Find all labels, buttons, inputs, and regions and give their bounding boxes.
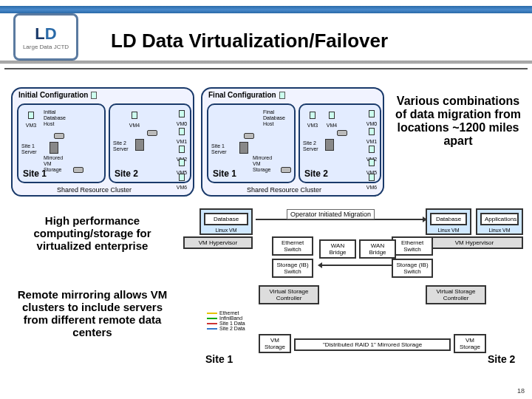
initial-config-title: Initial Configuration [18, 91, 97, 99]
site2-server-label: Site 2Server [113, 140, 129, 152]
server-icon [325, 139, 334, 151]
vm-icon [179, 159, 185, 166]
final-site2: Site 2 VM3 VM4 VM0 VM1 VM2 VM5 VM6 Site … [299, 103, 381, 183]
header-stripe [0, 6, 532, 13]
lower-site2-label: Site 2 [488, 353, 515, 365]
vm-icon [179, 128, 185, 135]
final-config-title: Final Configuration [208, 91, 285, 99]
disk-icon [244, 133, 254, 139]
vm4-label: VM4 [125, 123, 144, 128]
initial-site2: Site 2 VM4 VM0 VM1 VM2 VM5 VM6 Site 2Ser… [109, 103, 191, 183]
server-icon [279, 92, 285, 99]
final-config-title-text: Final Configuration [208, 91, 276, 99]
database-box: Database [204, 213, 248, 225]
legend-s2: Site 2 Data [219, 326, 245, 331]
page-title: LD Data Virtualization/Failover [111, 30, 388, 52]
applications-box: Applications [480, 213, 519, 225]
logo-text: LD [35, 24, 56, 44]
vm3-label: VM3 [303, 123, 322, 128]
server-icon [135, 139, 144, 151]
page-number: 18 [517, 387, 525, 395]
final-config-panel: Final Configuration Site 1 FinalDatabase… [201, 87, 384, 197]
site1-server-label: Site 1Server [211, 143, 227, 155]
vm-icon [310, 112, 316, 119]
shared-cluster-label: Shared Resource Cluster [247, 186, 321, 194]
lower-site1-label: Site 1 [205, 353, 233, 365]
vsc-site2: Virtual Storage Controller [426, 285, 486, 304]
vm-storage-site1: VM Storage [259, 334, 291, 353]
vm-icon [179, 174, 185, 181]
vm6-label: VM6 [172, 185, 191, 190]
mirrored-vm-label: MirroredVMStorage [44, 155, 73, 173]
initial-site1: Site 1 VM3 InitialDatabaseHost Site 1Ser… [17, 103, 106, 183]
vm-icon [28, 112, 34, 119]
database-box: Database [430, 213, 467, 225]
vm-icon [179, 110, 185, 117]
vm-storage-site2: VM Storage [454, 334, 486, 353]
ib-switch-site2: Storage (IB) Switch [392, 259, 433, 278]
mirrored-vm-label: MirroredVMStorage [253, 155, 282, 173]
title-underline2 [4, 68, 528, 69]
disk-icon [281, 167, 291, 173]
ethernet-switch-site1: Ethernet Switch [272, 236, 313, 256]
ib-switch-site1: Storage (IB) Switch [272, 259, 313, 278]
distributed-raid-bar: "Distributed RAID 1" Mirrored Storage [294, 338, 451, 351]
linux-vm-label: Linux VM [427, 228, 470, 233]
vm-icon [329, 112, 335, 119]
mirroring-text: Remote mirroring allows VM clusters to i… [11, 288, 174, 338]
vm-icon [369, 174, 375, 181]
vm-icon [369, 146, 375, 153]
disk-icon [147, 130, 157, 136]
initial-db-host-label: InitialDatabaseHost [44, 109, 73, 127]
logo: LD Large Data JCTD [13, 13, 78, 61]
vm3-label: VM3 [21, 123, 41, 128]
wan-bridge-1: WAN Bridge [319, 239, 356, 259]
disk-icon [54, 133, 64, 139]
logo-subtitle: Large Data JCTD [23, 44, 69, 50]
linux-vm-label: Linux VM [201, 228, 251, 233]
site2-apps-group: Applications Linux VM [476, 208, 523, 235]
legend-eth: Ethernet [219, 310, 239, 316]
vm-icon [369, 159, 375, 166]
disk-icon [73, 167, 83, 173]
legend: Ethernet InfiniBand Site 1 Data Site 2 D… [207, 310, 245, 331]
disk-icon [337, 130, 347, 136]
wan-bridge-2: WAN Bridge [359, 239, 396, 259]
vm-icon [369, 128, 375, 135]
final-site1: Site 1 FinalDatabaseHost Site 1Server Mi… [207, 103, 296, 183]
server-icon [239, 142, 248, 154]
hpc-text: High performance computing/storage for v… [11, 214, 174, 252]
vm-icon [179, 146, 185, 153]
linux-vm-label: Linux VM [477, 228, 522, 233]
site1-server-label: Site 1Server [21, 143, 37, 155]
vm-hypervisor-site1: VM Hypervisor [183, 236, 253, 249]
server-icon [91, 92, 97, 99]
wan-link-arrow [322, 265, 395, 266]
vm-hypervisor-site2: VM Hypervisor [426, 236, 523, 249]
initial-config-title-text: Initial Configuration [18, 91, 88, 99]
site2-label: Site 2 [115, 168, 138, 179]
site2-db-group: Database Linux VM [426, 208, 471, 235]
vsc-site1: Virtual Storage Controller [259, 285, 319, 304]
server-icon [50, 142, 58, 154]
site1-db-group: Database Linux VM [200, 208, 253, 235]
site2-label: Site 2 [304, 168, 328, 179]
initial-config-panel: Initial Configuration Site 1 VM3 Initial… [11, 87, 194, 197]
site1-label: Site 1 [213, 168, 236, 179]
legend-ib: InfiniBand [219, 316, 242, 321]
vm6-label: VM6 [362, 185, 381, 190]
vm-icon [132, 112, 137, 119]
final-db-host-label: FinalDatabaseHost [263, 109, 293, 127]
various-combinations-text: Various combinations of data migration f… [392, 95, 525, 148]
shared-cluster-label: Shared Resource Cluster [57, 186, 132, 194]
ethernet-switch-site2: Ethernet Switch [392, 236, 433, 256]
site2-server-label: Site 2Server [303, 140, 318, 152]
vm-icon [369, 110, 375, 117]
title-underline [0, 61, 532, 64]
operator-migration-label: Operator Initiated Migration [287, 209, 375, 219]
legend-s1: Site 1 Data [219, 321, 245, 326]
